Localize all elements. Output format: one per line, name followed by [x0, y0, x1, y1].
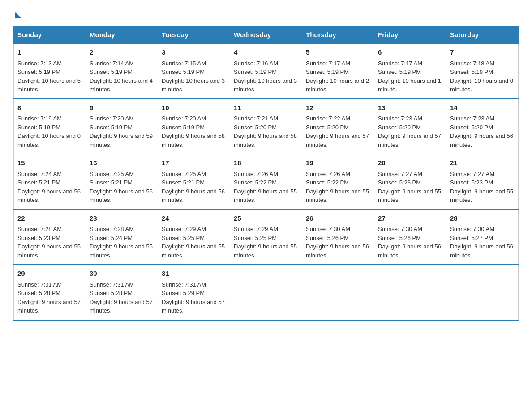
- day-header-tuesday: Tuesday: [158, 26, 230, 44]
- day-number: 20: [378, 158, 442, 168]
- calendar-cell: 21Sunrise: 7:27 AMSunset: 5:23 PMDayligh…: [446, 154, 519, 210]
- calendar-cell: [230, 265, 302, 320]
- day-number: 19: [306, 158, 370, 168]
- calendar-cell: 12Sunrise: 7:22 AMSunset: 5:20 PMDayligh…: [302, 99, 374, 154]
- week-row-4: 22Sunrise: 7:28 AMSunset: 5:23 PMDayligh…: [14, 210, 519, 265]
- day-number: 15: [17, 158, 82, 168]
- day-number: 10: [162, 103, 226, 113]
- day-info: Sunrise: 7:24 AMSunset: 5:21 PMDaylight:…: [17, 170, 82, 205]
- day-number: 22: [17, 214, 82, 224]
- calendar-cell: 19Sunrise: 7:26 AMSunset: 5:22 PMDayligh…: [302, 154, 374, 210]
- header: [13, 9, 519, 18]
- day-info: Sunrise: 7:30 AMSunset: 5:27 PMDaylight:…: [450, 225, 515, 260]
- calendar-cell: 9Sunrise: 7:20 AMSunset: 5:19 PMDaylight…: [86, 99, 158, 154]
- day-number: 9: [90, 103, 154, 113]
- day-info: Sunrise: 7:28 AMSunset: 5:23 PMDaylight:…: [17, 225, 82, 260]
- day-info: Sunrise: 7:30 AMSunset: 5:26 PMDaylight:…: [378, 225, 442, 260]
- calendar-cell: 17Sunrise: 7:25 AMSunset: 5:21 PMDayligh…: [158, 154, 230, 210]
- week-row-5: 29Sunrise: 7:31 AMSunset: 5:28 PMDayligh…: [14, 265, 519, 320]
- calendar-cell: 30Sunrise: 7:31 AMSunset: 5:28 PMDayligh…: [86, 265, 158, 320]
- day-header-thursday: Thursday: [302, 26, 374, 44]
- calendar-cell: 3Sunrise: 7:15 AMSunset: 5:19 PMDaylight…: [158, 43, 230, 99]
- day-number: 21: [450, 158, 515, 168]
- day-info: Sunrise: 7:28 AMSunset: 5:24 PMDaylight:…: [90, 225, 154, 260]
- day-number: 5: [306, 47, 370, 58]
- calendar-cell: 24Sunrise: 7:29 AMSunset: 5:25 PMDayligh…: [158, 210, 230, 265]
- day-info: Sunrise: 7:16 AMSunset: 5:19 PMDaylight:…: [234, 59, 298, 94]
- day-number: 12: [306, 103, 370, 113]
- calendar-cell: [446, 265, 519, 320]
- logo: [13, 9, 21, 18]
- day-info: Sunrise: 7:31 AMSunset: 5:28 PMDaylight:…: [90, 280, 154, 315]
- day-number: 31: [162, 269, 226, 279]
- day-number: 8: [17, 103, 82, 113]
- calendar-cell: 11Sunrise: 7:21 AMSunset: 5:20 PMDayligh…: [230, 99, 302, 154]
- day-info: Sunrise: 7:22 AMSunset: 5:20 PMDaylight:…: [306, 114, 370, 149]
- calendar-cell: 16Sunrise: 7:25 AMSunset: 5:21 PMDayligh…: [86, 154, 158, 210]
- day-info: Sunrise: 7:29 AMSunset: 5:25 PMDaylight:…: [162, 225, 226, 260]
- day-info: Sunrise: 7:25 AMSunset: 5:21 PMDaylight:…: [90, 170, 154, 205]
- calendar-cell: 4Sunrise: 7:16 AMSunset: 5:19 PMDaylight…: [230, 43, 302, 99]
- day-info: Sunrise: 7:30 AMSunset: 5:26 PMDaylight:…: [306, 225, 370, 260]
- calendar-cell: 7Sunrise: 7:18 AMSunset: 5:19 PMDaylight…: [446, 43, 519, 99]
- calendar-cell: 2Sunrise: 7:14 AMSunset: 5:19 PMDaylight…: [86, 43, 158, 99]
- logo-triangle-icon: [15, 12, 21, 18]
- day-header-saturday: Saturday: [446, 26, 519, 44]
- calendar-cell: 1Sunrise: 7:13 AMSunset: 5:19 PMDaylight…: [14, 43, 86, 99]
- calendar-cell: 15Sunrise: 7:24 AMSunset: 5:21 PMDayligh…: [14, 154, 86, 210]
- day-info: Sunrise: 7:25 AMSunset: 5:21 PMDaylight:…: [162, 170, 226, 205]
- week-row-3: 15Sunrise: 7:24 AMSunset: 5:21 PMDayligh…: [14, 154, 519, 210]
- calendar-cell: 18Sunrise: 7:26 AMSunset: 5:22 PMDayligh…: [230, 154, 302, 210]
- day-info: Sunrise: 7:23 AMSunset: 5:20 PMDaylight:…: [450, 114, 515, 149]
- day-info: Sunrise: 7:15 AMSunset: 5:19 PMDaylight:…: [162, 59, 226, 94]
- day-info: Sunrise: 7:20 AMSunset: 5:19 PMDaylight:…: [90, 114, 154, 149]
- day-info: Sunrise: 7:23 AMSunset: 5:20 PMDaylight:…: [378, 114, 442, 149]
- day-number: 29: [17, 269, 82, 279]
- calendar-cell: 5Sunrise: 7:17 AMSunset: 5:19 PMDaylight…: [302, 43, 374, 99]
- calendar-cell: 13Sunrise: 7:23 AMSunset: 5:20 PMDayligh…: [374, 99, 446, 154]
- day-number: 14: [450, 103, 515, 113]
- day-number: 25: [234, 214, 298, 224]
- calendar-cell: 22Sunrise: 7:28 AMSunset: 5:23 PMDayligh…: [14, 210, 86, 265]
- day-number: 11: [234, 103, 298, 113]
- day-info: Sunrise: 7:17 AMSunset: 5:19 PMDaylight:…: [378, 59, 442, 94]
- day-info: Sunrise: 7:27 AMSunset: 5:23 PMDaylight:…: [378, 170, 442, 205]
- calendar-cell: 25Sunrise: 7:29 AMSunset: 5:25 PMDayligh…: [230, 210, 302, 265]
- day-number: 1: [17, 47, 82, 58]
- day-number: 13: [378, 103, 442, 113]
- day-info: Sunrise: 7:19 AMSunset: 5:19 PMDaylight:…: [17, 114, 82, 149]
- day-number: 16: [90, 158, 154, 168]
- calendar-cell: 20Sunrise: 7:27 AMSunset: 5:23 PMDayligh…: [374, 154, 446, 210]
- day-number: 24: [162, 214, 226, 224]
- calendar-cell: 27Sunrise: 7:30 AMSunset: 5:26 PMDayligh…: [374, 210, 446, 265]
- calendar-table: SundayMondayTuesdayWednesdayThursdayFrid…: [13, 26, 519, 321]
- day-info: Sunrise: 7:31 AMSunset: 5:28 PMDaylight:…: [17, 280, 82, 315]
- calendar-cell: 14Sunrise: 7:23 AMSunset: 5:20 PMDayligh…: [446, 99, 519, 154]
- day-info: Sunrise: 7:26 AMSunset: 5:22 PMDaylight:…: [234, 170, 298, 205]
- day-info: Sunrise: 7:13 AMSunset: 5:19 PMDaylight:…: [17, 59, 82, 94]
- day-number: 2: [90, 47, 154, 58]
- day-header-wednesday: Wednesday: [230, 26, 302, 44]
- day-info: Sunrise: 7:20 AMSunset: 5:19 PMDaylight:…: [162, 114, 226, 149]
- day-header-monday: Monday: [86, 26, 158, 44]
- day-number: 30: [90, 269, 154, 279]
- day-number: 27: [378, 214, 442, 224]
- calendar-cell: 31Sunrise: 7:31 AMSunset: 5:29 PMDayligh…: [158, 265, 230, 320]
- day-number: 18: [234, 158, 298, 168]
- calendar-cell: 28Sunrise: 7:30 AMSunset: 5:27 PMDayligh…: [446, 210, 519, 265]
- calendar-cell: 10Sunrise: 7:20 AMSunset: 5:19 PMDayligh…: [158, 99, 230, 154]
- day-info: Sunrise: 7:31 AMSunset: 5:29 PMDaylight:…: [162, 280, 226, 315]
- calendar-cell: [374, 265, 446, 320]
- day-number: 23: [90, 214, 154, 224]
- day-info: Sunrise: 7:14 AMSunset: 5:19 PMDaylight:…: [90, 59, 154, 94]
- day-number: 17: [162, 158, 226, 168]
- calendar-cell: 6Sunrise: 7:17 AMSunset: 5:19 PMDaylight…: [374, 43, 446, 99]
- week-row-2: 8Sunrise: 7:19 AMSunset: 5:19 PMDaylight…: [14, 99, 519, 154]
- day-info: Sunrise: 7:17 AMSunset: 5:19 PMDaylight:…: [306, 59, 370, 94]
- day-number: 26: [306, 214, 370, 224]
- day-info: Sunrise: 7:21 AMSunset: 5:20 PMDaylight:…: [234, 114, 298, 149]
- calendar-cell: 26Sunrise: 7:30 AMSunset: 5:26 PMDayligh…: [302, 210, 374, 265]
- day-info: Sunrise: 7:18 AMSunset: 5:19 PMDaylight:…: [450, 59, 515, 94]
- week-row-1: 1Sunrise: 7:13 AMSunset: 5:19 PMDaylight…: [14, 43, 519, 99]
- day-info: Sunrise: 7:26 AMSunset: 5:22 PMDaylight:…: [306, 170, 370, 205]
